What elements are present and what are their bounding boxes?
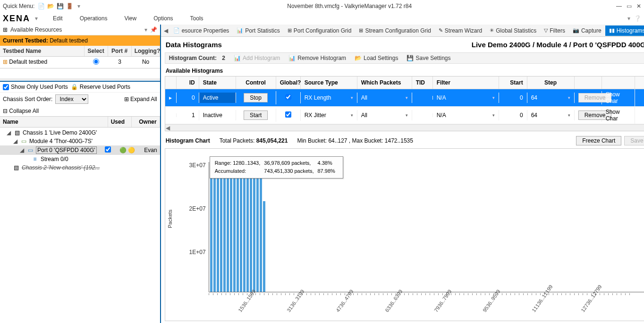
col-which[interactable]: Which Packets xyxy=(357,76,412,89)
open-icon[interactable]: 📂 xyxy=(47,2,54,10)
col-step[interactable]: Step xyxy=(527,76,575,89)
tree-col-owner[interactable]: Owner xyxy=(132,117,160,127)
grid-row-1[interactable]: 1 Inactive Start RX Jitter All N/A 0 64 … xyxy=(165,107,644,124)
port-used-checkbox[interactable] xyxy=(105,146,111,153)
tab-filters[interactable]: ▽Filters xyxy=(540,26,569,36)
which-select-0[interactable]: All xyxy=(357,93,412,103)
testbed-select-radio[interactable] xyxy=(93,59,99,65)
chart-bar[interactable] xyxy=(230,162,232,292)
global-checkbox-0[interactable] xyxy=(285,94,291,100)
tab-port-statistics[interactable]: 📊Port Statistics xyxy=(233,26,283,36)
show-chart-0[interactable]: Show Char xyxy=(602,89,635,106)
which-select-1[interactable]: All xyxy=(357,110,412,120)
testbed-row[interactable]: ⊞ Default testbed 3 No xyxy=(0,57,160,68)
minimize-icon[interactable]: — xyxy=(616,3,622,9)
show-chart-1[interactable]: Show Char xyxy=(602,107,635,124)
save-settings-button[interactable]: 💾Save Settings xyxy=(407,55,450,61)
tree-row-port0[interactable]: ◢ ▭ Port 0 'QSFPDD 400G' 🟢 🟡 Evan xyxy=(0,145,160,155)
filter-select-1[interactable]: N/A xyxy=(433,110,499,120)
close-icon[interactable]: ✕ xyxy=(636,3,641,9)
show-only-used-ports[interactable]: Show Only Used Ports xyxy=(3,84,68,90)
source-select-0[interactable]: RX Length xyxy=(301,93,357,103)
chart-bar[interactable] xyxy=(220,162,222,292)
tree-collapse-icon[interactable]: ◢ xyxy=(13,138,18,144)
menu-operations[interactable]: Operations xyxy=(78,14,110,23)
chart-bar[interactable] xyxy=(243,162,246,292)
tab-resource-properties[interactable]: 📄esource Properties xyxy=(169,26,233,36)
remove-histogram-button[interactable]: 📊Remove Histogram xyxy=(288,55,346,61)
tree-row-chassis1[interactable]: ◢ ▧ Chassis 1 'Live Demo 2400G' xyxy=(0,128,160,137)
chart-bar[interactable] xyxy=(210,162,212,292)
tree-col-used[interactable]: Used xyxy=(108,117,132,127)
grid-h-scrollbar[interactable]: ◀ ▶ xyxy=(165,124,644,131)
stop-button[interactable]: Stop xyxy=(244,93,268,102)
tab-stream-wizard[interactable]: ✎Stream Wizard xyxy=(435,26,486,36)
chart-bar[interactable] xyxy=(223,162,226,292)
tree-col-name[interactable]: Name xyxy=(0,117,108,127)
chart-bar[interactable] xyxy=(253,162,255,292)
histogram-chart[interactable]: Packets 3E+07 2E+07 1E+07 1536..15993136… xyxy=(165,148,644,321)
tab-stream-config-grid[interactable]: ⊞Stream Configuration Grid xyxy=(355,26,434,36)
grid-row-0[interactable]: ▸ 0 Active Stop RX Length All N/A 0 64 R… xyxy=(165,89,644,107)
load-settings-button[interactable]: 📂Load Settings xyxy=(355,55,398,61)
col-state[interactable]: State xyxy=(199,76,236,89)
chart-bar[interactable] xyxy=(217,162,219,292)
tree-collapse-icon[interactable]: ◢ xyxy=(20,147,25,153)
chart-bar[interactable] xyxy=(263,201,265,292)
collapse-all-button[interactable]: ⊟ Collapse All xyxy=(3,108,39,114)
menu-edit[interactable]: Edit xyxy=(51,14,65,23)
chart-bar[interactable] xyxy=(233,162,236,292)
chart-bar[interactable] xyxy=(237,162,239,292)
chart-bar[interactable] xyxy=(227,162,229,292)
tab-capture[interactable]: 📷Capture xyxy=(569,26,605,36)
start-button[interactable]: Start xyxy=(244,110,268,120)
expand-all-button[interactable]: ⊞ Expand All xyxy=(124,96,157,102)
filter-select-0[interactable]: N/A xyxy=(433,93,499,103)
step-select-0[interactable]: 64 xyxy=(527,93,575,103)
tab-histograms[interactable]: ▮▮Histograms xyxy=(605,26,644,36)
new-icon[interactable]: 📄 xyxy=(37,2,45,10)
col-start[interactable]: Start xyxy=(499,76,527,89)
menu-tools[interactable]: Tools xyxy=(188,14,205,23)
dropdown-icon[interactable]: ▾ xyxy=(75,2,83,10)
show-only-used-checkbox[interactable] xyxy=(3,84,9,90)
chart-bar[interactable] xyxy=(240,162,242,292)
sort-order-select[interactable]: Index xyxy=(55,94,88,104)
chevron-down-icon[interactable]: ▾ xyxy=(627,15,630,22)
chart-bar[interactable] xyxy=(260,162,262,292)
save-data-button[interactable]: Save Data xyxy=(624,136,644,145)
freeze-chart-button[interactable]: Freeze Chart xyxy=(576,136,621,145)
scroll-left-icon[interactable]: ◀ xyxy=(165,125,171,131)
col-filter[interactable]: Filter xyxy=(433,76,499,89)
tab-global-statistics[interactable]: ✳Global Statistics xyxy=(486,26,540,36)
tab-port-config-grid[interactable]: ⊞Port Configuration Grid xyxy=(284,26,356,36)
tree-row-stream[interactable]: ≡ Stream 0/0 xyxy=(0,155,160,163)
tree-row-chassis2[interactable]: ▧ Chassis 2 'New chassis' (192... xyxy=(0,163,160,172)
global-checkbox-1[interactable] xyxy=(285,111,291,118)
exit-icon[interactable]: 🚪 xyxy=(66,2,73,10)
save-icon[interactable]: 💾 xyxy=(56,2,64,10)
chart-bar[interactable] xyxy=(246,162,249,292)
add-histogram-button[interactable]: 📊Add Histogram xyxy=(234,55,280,61)
chart-bar[interactable] xyxy=(213,162,216,292)
menu-arrow-icon[interactable]: ▾ xyxy=(144,26,147,33)
chart-bar[interactable] xyxy=(256,162,259,292)
menu-options[interactable]: Options xyxy=(152,14,175,23)
col-select[interactable]: Select xyxy=(85,46,108,56)
col-global[interactable]: Global? xyxy=(276,76,301,89)
chart-bar[interactable] xyxy=(250,162,252,292)
help-icon[interactable]: ❔ xyxy=(634,15,641,22)
step-select-1[interactable]: 64 xyxy=(527,110,575,120)
tree-collapse-icon[interactable]: ◢ xyxy=(7,129,11,136)
tree-row-module4[interactable]: ◢ ▭ Module 4 'Thor-400G-7S' xyxy=(0,137,160,145)
reserve-used-ports[interactable]: 🔒 Reserve Used Ports xyxy=(71,84,130,90)
plot-area[interactable] xyxy=(209,162,644,292)
col-control[interactable]: Control xyxy=(236,76,276,89)
pin-icon[interactable]: 📌 xyxy=(150,26,157,33)
maximize-icon[interactable]: ▭ xyxy=(627,3,632,9)
source-select-1[interactable]: RX Jitter xyxy=(301,110,357,120)
col-source[interactable]: Source Type xyxy=(301,76,357,89)
col-logging[interactable]: Logging? xyxy=(132,46,160,56)
col-port[interactable]: Port # xyxy=(108,46,132,56)
col-id[interactable]: ID xyxy=(177,76,199,89)
